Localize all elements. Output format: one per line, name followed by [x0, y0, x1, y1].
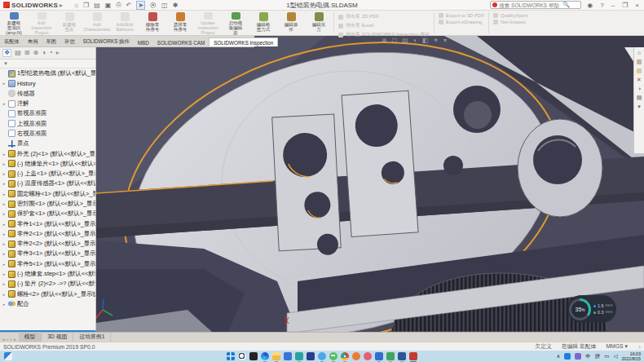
rebuild-icon[interactable]: ⦿	[150, 2, 157, 9]
appearances-icon[interactable]: ◑	[637, 86, 641, 91]
open-file-icon[interactable]: ▤	[94, 2, 100, 9]
export-menu-item[interactable]: Export eDrawing	[439, 20, 484, 24]
featuremanager-tab[interactable]: ❖	[2, 49, 11, 57]
tree-item[interactable]: 右视基准面	[0, 129, 95, 139]
view-tool-icon[interactable]: ✶	[433, 37, 439, 44]
expand-arrow-icon[interactable]: ▸	[2, 201, 7, 206]
app-wechat[interactable]	[329, 352, 337, 360]
options-gear-icon[interactable]: ✱	[173, 2, 179, 9]
inspection-tab[interactable]: ◔	[49, 50, 53, 56]
ribbon-button[interactable]: Add Characteristic	[83, 11, 111, 35]
design-library-icon[interactable]: ▥	[637, 59, 642, 64]
filter-funnel-icon[interactable]: ▼	[3, 61, 8, 66]
document-tab[interactable]: 模型	[19, 332, 42, 342]
app-teal[interactable]	[295, 352, 303, 360]
expand-arrow-icon[interactable]: ▸	[2, 292, 7, 297]
expand-arrow-icon[interactable]: ▸	[2, 211, 7, 216]
configurationmanager-tab[interactable]: ⊞	[24, 50, 30, 56]
tree-item[interactable]: ▸ (-) 垫片 (2)<2> ->? (默认<<默认>	[0, 279, 95, 289]
tray-ime-lang[interactable]: 中	[585, 353, 591, 360]
displaymanager-tab[interactable]: ◑	[42, 50, 46, 56]
task-pane-strip[interactable]: ⌂▥▧✕◑▤▾	[633, 47, 644, 153]
ribbon-tab[interactable]: 装配体	[0, 37, 24, 46]
widgets-icon[interactable]	[4, 352, 12, 360]
display-settings-icon[interactable]: ◫	[161, 2, 168, 9]
ribbon-tab[interactable]: 评估	[60, 37, 79, 46]
expand-arrow-icon[interactable]: ▸	[2, 241, 7, 246]
ribbon-button[interactable]: 新建检 查项目 (amp;N)	[0, 11, 28, 35]
minimize-button[interactable]: –	[610, 2, 616, 9]
custom-properties-icon[interactable]: ▤	[637, 95, 642, 100]
tree-item[interactable]: 上视基准面	[0, 118, 95, 128]
expand-arrow-icon[interactable]: ▸	[2, 192, 7, 196]
select-cursor-icon[interactable]: ➤	[136, 1, 145, 10]
app-navy[interactable]	[307, 352, 315, 360]
export-menu-item[interactable]: 导出至 SOLIDWORKS Inspection 项目	[338, 31, 430, 38]
tree-item[interactable]: ▸ (-) 绝缘套.step<1> (默认<<默认>	[0, 269, 95, 279]
expand-arrow-icon[interactable]: ▸	[2, 81, 7, 86]
save-icon[interactable]: ▣	[105, 2, 112, 9]
file-explorer[interactable]	[272, 352, 280, 360]
app-monitor[interactable]	[375, 352, 383, 360]
net-monitor-widget[interactable]: 35% 1.6KB/S 0.3KB/S	[567, 295, 616, 323]
dimxpertmanager-tab[interactable]: ⊕	[33, 50, 38, 56]
expand-arrow-icon[interactable]: ▸	[2, 272, 7, 276]
tree-item[interactable]: ▸ 外壳 (2)<1> (默认<<默认>_显示状	[0, 148, 95, 158]
tree-item[interactable]: ▸ 螺栓<2> (默认<<默认>_显示状态	[0, 289, 95, 299]
expand-arrow-icon[interactable]: ▸	[2, 171, 7, 176]
tree-item[interactable]: ▸ (-) 绝缘垫片<1> (默认<<默认>_显	[0, 159, 95, 169]
app-wps[interactable]	[386, 352, 395, 360]
tree-item[interactable]: ▸ 零件2<2> (默认<<默认>_显示状态	[0, 239, 95, 249]
expand-arrow-icon[interactable]: ▸	[2, 262, 7, 267]
tray-shield[interactable]	[575, 353, 581, 360]
expand-arrow-icon[interactable]: ▸	[2, 161, 7, 166]
expand-arrow-icon[interactable]: ▸	[2, 251, 7, 256]
close-button[interactable]: ×	[633, 2, 641, 9]
ribbon-button[interactable]: Edit Inspection Project	[28, 11, 55, 35]
status-tag-icon[interactable]: ◔	[637, 344, 641, 350]
taskbar-clock[interactable]: 16:03 2022/8/15	[621, 351, 641, 361]
undo-icon[interactable]: ↶	[126, 2, 132, 9]
expand-arrow-icon[interactable]: ▸	[2, 281, 7, 286]
tree-item[interactable]: ▸ 零件5<1> (默认<<默认>_显示状态	[0, 259, 95, 269]
ribbon-tab[interactable]: SOLIDWORKS Inspection	[209, 38, 278, 46]
ribbon-button[interactable]: 启动模 板编辑 器	[222, 11, 249, 35]
ribbon-tab[interactable]: SOLIDWORKS 插件	[79, 37, 134, 46]
app-word[interactable]	[398, 352, 406, 360]
search-button[interactable]	[238, 352, 246, 360]
print-icon[interactable]: ⎙	[116, 1, 121, 9]
restore-button[interactable]: ❐	[620, 2, 629, 9]
ribbon-tab[interactable]: 布局	[24, 37, 42, 46]
ribbon-button[interactable]: Update Inspection Project	[194, 11, 222, 35]
app-chrome[interactable]	[341, 352, 349, 360]
search-input[interactable]	[499, 2, 561, 8]
app-solidworks[interactable]	[409, 352, 417, 360]
ribbon-button[interactable]: 编辑实 方	[305, 11, 333, 35]
expand-arrow-icon[interactable]: ▸	[2, 152, 7, 157]
app-office[interactable]	[249, 352, 258, 360]
tree-item[interactable]: ▸ 零件1<1> (默认<<默认>_显示状态	[0, 219, 95, 228]
view-tool-icon[interactable]: ▾	[443, 37, 447, 44]
viewport-3d[interactable]	[96, 36, 644, 332]
tree-item[interactable]: ▸ 保护套<1> (默认<<默认>_显示状	[0, 209, 95, 219]
more-icon[interactable]: ▾	[637, 104, 641, 109]
ribbon-button[interactable]: 移除零 件序号	[139, 11, 166, 35]
export-menu-item[interactable]: Net-Inspect	[493, 20, 527, 24]
expand-arrow-icon[interactable]: ▸	[2, 302, 7, 307]
tray-volume[interactable]: ◁	[613, 353, 617, 360]
paneltabs-overflow[interactable]: ▸	[56, 50, 60, 56]
tree-item[interactable]: ▸ 零件3<1> (默认<<默认>_显示状态	[0, 249, 95, 258]
start-button[interactable]	[227, 352, 235, 360]
app-qq[interactable]	[318, 352, 326, 360]
tree-item[interactable]: ▸ 固定螺栓<1> (默认<<默认>_显示	[0, 189, 95, 199]
expand-arrow-icon[interactable]: ▸	[2, 181, 7, 186]
ribbon-tab[interactable]: MBD	[134, 38, 153, 46]
tree-item[interactable]: 原点	[0, 139, 95, 148]
login-button[interactable]: ◉	[585, 2, 594, 9]
ribbon-button[interactable]: 编辑操 作	[277, 11, 305, 35]
ribbon-button[interactable]: 编辑检 查方式	[249, 11, 277, 35]
tree-item[interactable]: ▸ 注解	[0, 99, 95, 108]
ribbon-tab[interactable]: 草图	[42, 37, 60, 46]
tree-item[interactable]: ▸ 零件2<1> (默认<<默认>_显示状态	[0, 229, 95, 239]
document-tab[interactable]: 运动算例1	[73, 332, 111, 342]
